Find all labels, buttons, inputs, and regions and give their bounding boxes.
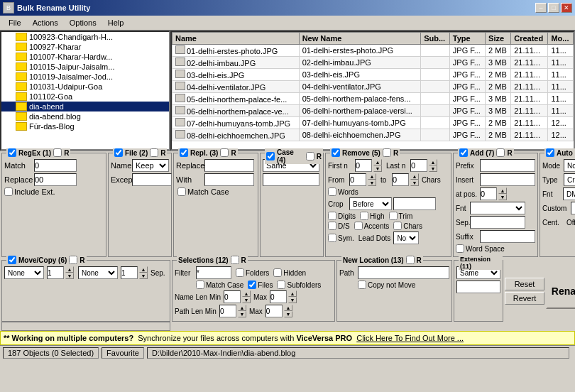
nmax-up[interactable]: ▲ — [288, 290, 297, 297]
file-name-select[interactable]: Keep — [132, 159, 169, 172]
remove-ds[interactable] — [328, 222, 336, 230]
regex-include-ext[interactable] — [4, 187, 13, 196]
tree-item[interactable]: 100923-Chandigarh-H... — [1, 32, 169, 42]
mc-down2[interactable]: ▼ — [139, 273, 148, 279]
menu-help[interactable]: Help — [102, 17, 130, 28]
last-n-up[interactable]: ▲ — [429, 159, 437, 165]
folder-tree[interactable]: 100923-Chandigarh-H... 100927-Kharar 101… — [0, 31, 170, 151]
menu-file[interactable]: File — [3, 17, 27, 28]
remove-words[interactable] — [328, 187, 336, 196]
copy-not-move[interactable] — [358, 281, 366, 289]
col-mo[interactable]: Mo... — [548, 33, 574, 45]
table-row[interactable]: 04-delhi-ventilator.JPG 04-delhi-ventila… — [172, 81, 574, 93]
remove-chars2[interactable] — [393, 222, 402, 230]
tree-item[interactable]: 101102-Goa — [1, 92, 169, 102]
add-fnt[interactable] — [470, 202, 525, 214]
col-sub[interactable]: Sub... — [421, 33, 450, 45]
maximize-button[interactable]: □ — [548, 3, 559, 13]
col-size[interactable]: Size — [486, 33, 511, 45]
from-up[interactable]: ▲ — [368, 173, 376, 180]
pmin-up[interactable]: ▲ — [238, 305, 246, 311]
add-insert[interactable] — [480, 173, 535, 186]
close-button[interactable]: ✕ — [561, 3, 572, 13]
remove-enable[interactable] — [332, 148, 340, 157]
remove-trim[interactable] — [389, 212, 398, 220]
mc-up1[interactable]: ▲ — [65, 266, 74, 273]
sel-subfolders[interactable] — [277, 281, 285, 289]
table-row[interactable]: 08-delhi-eichhoemchen.JPG 08-delhi-eichh… — [172, 129, 574, 141]
sel-folders[interactable] — [236, 268, 244, 277]
autodate-enable[interactable] — [546, 148, 554, 157]
col-type[interactable]: Type — [449, 33, 485, 45]
autodate-type[interactable]: Creation (Cu... — [564, 173, 575, 186]
nmax-down[interactable]: ▼ — [288, 297, 297, 303]
movecopy-val2[interactable] — [121, 266, 138, 279]
case-excep[interactable] — [263, 173, 319, 186]
replace-enable[interactable] — [180, 148, 188, 157]
autodate-custom[interactable] — [571, 202, 575, 214]
sel-path-max[interactable] — [265, 305, 283, 317]
table-row[interactable]: 06-delhi-northem-palace-ve... 06-delhi-n… — [172, 105, 574, 117]
sel-hidden[interactable] — [273, 268, 282, 277]
file-excep[interactable] — [132, 173, 172, 186]
add-sep[interactable] — [470, 216, 525, 229]
from-down[interactable]: ▼ — [368, 180, 376, 186]
sel-files[interactable] — [248, 281, 256, 289]
tree-item[interactable]: dia-abend.blog — [1, 111, 169, 121]
menu-options[interactable]: Options — [64, 17, 102, 28]
tree-item[interactable]: Für-das-Blog — [1, 121, 169, 131]
pos-up[interactable]: ▲ — [498, 187, 507, 194]
table-row[interactable]: 07-delhi-humuyans-tomb.JPG 07-delhi-humu… — [172, 117, 574, 129]
add-prefix[interactable] — [480, 159, 535, 172]
autodate-mode[interactable]: None — [564, 159, 575, 172]
add-suffix[interactable] — [480, 230, 535, 243]
replace-from[interactable] — [204, 159, 254, 172]
add-word-space[interactable] — [456, 244, 464, 253]
table-row[interactable]: 05-delhi-northem-palace-fe... 05-delhi-n… — [172, 93, 574, 105]
pmax-up[interactable]: ▲ — [284, 305, 292, 311]
table-row[interactable]: 03-delhi-eis.JPG 03-delhi-eis.JPG JPG F.… — [172, 69, 574, 81]
replace-with[interactable] — [204, 173, 254, 186]
tree-item[interactable]: 101031-Udaipur-Goa — [1, 82, 169, 92]
revert-button[interactable]: Revert — [505, 292, 544, 305]
movecopy-val1[interactable] — [47, 266, 64, 279]
movecopy-type2[interactable]: None — [78, 266, 118, 279]
file-list-panel[interactable]: Name New Name Sub... Type Size Created M… — [170, 31, 575, 151]
remove-high[interactable] — [360, 212, 368, 220]
crop-text[interactable] — [393, 197, 436, 210]
movecopy-enable[interactable] — [8, 256, 16, 264]
reset-button[interactable]: Reset — [505, 278, 544, 290]
movecopy-r[interactable] — [69, 256, 77, 264]
add-enable[interactable] — [459, 148, 468, 157]
remove-to[interactable] — [392, 173, 409, 186]
file-enable[interactable] — [114, 148, 123, 157]
minimize-button[interactable]: – — [535, 3, 547, 13]
remove-from[interactable] — [349, 173, 366, 186]
mc-up2[interactable]: ▲ — [139, 266, 148, 273]
rename-button[interactable]: Rename — [546, 273, 575, 309]
remove-first-n[interactable] — [355, 159, 372, 172]
sel-match-case[interactable] — [196, 281, 204, 289]
case-r[interactable] — [306, 152, 314, 160]
new-location-path[interactable] — [358, 266, 449, 279]
pos-down[interactable]: ▼ — [498, 194, 507, 200]
to-down[interactable]: ▼ — [410, 180, 419, 186]
newloc-r[interactable] — [406, 256, 415, 264]
tree-item[interactable]: 101007-Kharar-Hardw... — [1, 52, 169, 62]
regex-match[interactable] — [34, 159, 77, 172]
nmin-down[interactable]: ▼ — [242, 297, 251, 303]
movecopy-type[interactable]: None — [4, 266, 44, 279]
add-r[interactable] — [496, 148, 505, 157]
add-pos[interactable] — [480, 187, 497, 200]
regex-replace[interactable] — [34, 173, 77, 186]
replace-match-case[interactable] — [177, 187, 186, 196]
info-link[interactable]: Click Here To Find Out More ... — [356, 334, 464, 342]
sel-name-min[interactable] — [224, 290, 241, 303]
mc-down1[interactable]: ▼ — [65, 273, 74, 279]
remove-accents[interactable] — [354, 222, 363, 230]
remove-last-n[interactable] — [410, 159, 427, 172]
file-r[interactable] — [150, 148, 158, 157]
regex-enable[interactable] — [8, 148, 16, 157]
tree-item[interactable]: 101015-Jaipur-Jaisalm... — [1, 62, 169, 72]
table-row[interactable]: 01-delhi-erstes-photo.JPG 01-delhi-erste… — [172, 45, 574, 57]
